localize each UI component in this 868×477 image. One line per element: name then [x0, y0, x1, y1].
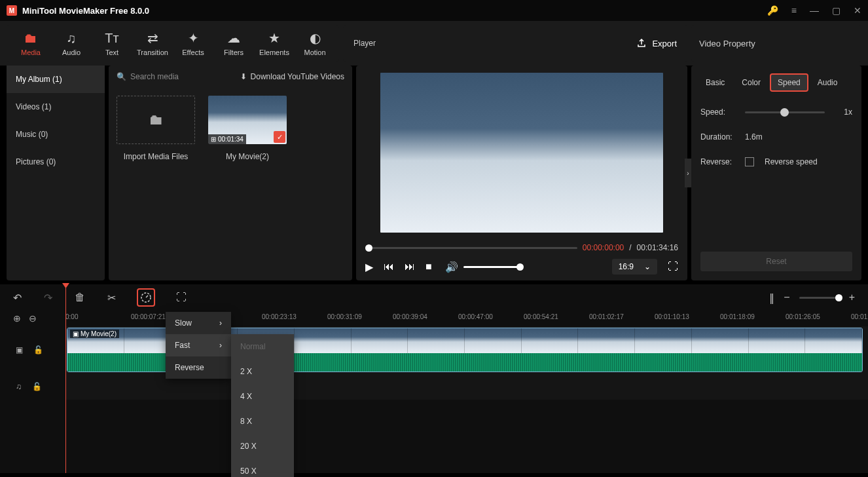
export-button[interactable]: Export: [636, 38, 677, 48]
search-icon: 🔍: [117, 72, 126, 81]
toolbar-elements[interactable]: ★Elements: [254, 25, 295, 62]
toolbar-transition[interactable]: ⇄Transition: [132, 25, 173, 62]
search-input[interactable]: 🔍 Search media: [117, 72, 235, 81]
playhead[interactable]: [65, 284, 66, 473]
check-icon: ✓: [274, 131, 285, 143]
submenu-item[interactable]: 4 X: [231, 384, 294, 409]
menu-slow[interactable]: Slow ›: [166, 312, 231, 334]
toolbar-filters[interactable]: ☁Filters: [213, 25, 254, 62]
expand-panel-button[interactable]: ›: [685, 159, 691, 187]
time-current: 00:00:00:00: [583, 243, 624, 252]
speed-button[interactable]: [138, 290, 154, 305]
titlebar: M MiniTool MovieMaker Free 8.0.0 🔑 ≡ — ▢…: [0, 0, 868, 21]
submenu-item[interactable]: 50 X: [231, 459, 294, 477]
next-button[interactable]: ⏭: [405, 261, 415, 273]
export-icon: [636, 38, 647, 48]
toolbar-motion[interactable]: ◐Motion: [295, 25, 335, 62]
ruler-tick: 00:00:39:04: [393, 313, 427, 320]
aspect-ratio-select[interactable]: 16:9 ⌄: [612, 259, 657, 275]
submenu-item[interactable]: 8 X: [231, 409, 294, 434]
seek-slider[interactable]: [365, 247, 577, 249]
property-tabs: BasicColorSpeedAudio: [691, 66, 861, 100]
main-toolbar: 🖿Media♫AudioTтText⇄Transition✦Effects☁Fi…: [7, 25, 339, 62]
tab-basic[interactable]: Basic: [699, 75, 731, 90]
audio-track: ♫ 🔓: [0, 373, 868, 400]
player-header: Player Export: [343, 25, 687, 62]
split-button[interactable]: ✂: [107, 292, 116, 304]
delete-button[interactable]: 🗑: [75, 292, 85, 303]
crop-button[interactable]: ⛶: [176, 292, 187, 303]
timeline-ruler[interactable]: ⊕ ⊖ 0:0000:00:07:2100:00:15:2600:00:23:1…: [0, 311, 868, 326]
timeline: ↶ ↷ 🗑 ✂ ⛶ ‖ − + ⊕ ⊖ 0:0000:00:07:2100:00…: [0, 284, 868, 473]
folder-icon: 🖿: [149, 111, 163, 128]
reverse-label: Reverse:: [700, 157, 740, 166]
tab-speed[interactable]: Speed: [771, 75, 807, 90]
video-preview[interactable]: [380, 73, 663, 233]
ruler-tick: 00:01:10:13: [655, 313, 689, 320]
reset-button[interactable]: Reset: [700, 252, 852, 271]
reverse-checkbox[interactable]: [745, 157, 754, 166]
ruler-tick: 00:01:26:05: [786, 313, 820, 320]
toolbar-media[interactable]: 🖿Media: [10, 25, 51, 62]
menu-fast[interactable]: Fast ›: [166, 334, 231, 356]
key-icon[interactable]: 🔑: [767, 5, 778, 16]
ruler-tick: 00:00:07:21: [131, 313, 166, 320]
ruler-tick: 00:00:31:09: [327, 313, 362, 320]
snap-button[interactable]: ‖: [769, 292, 774, 304]
property-header: Video Property: [691, 25, 861, 62]
play-button[interactable]: ▶: [365, 261, 373, 273]
maximize-icon[interactable]: ▢: [832, 5, 841, 16]
zoom-in-button[interactable]: +: [849, 292, 855, 303]
zoom-slider[interactable]: [799, 297, 840, 299]
sidebar-item[interactable]: Videos (1): [7, 93, 105, 121]
close-icon[interactable]: ✕: [854, 5, 861, 16]
toolbar-effects[interactable]: ✦Effects: [173, 25, 213, 62]
menu-icon[interactable]: ≡: [791, 5, 797, 16]
sidebar-item[interactable]: My Album (1): [7, 66, 105, 93]
sidebar-item[interactable]: Music (0): [7, 121, 105, 148]
toolbar-text[interactable]: TтText: [92, 25, 132, 62]
zoom-out-button[interactable]: −: [784, 292, 789, 303]
volume-icon[interactable]: 🔊: [445, 261, 458, 273]
ruler-tick: 0:00: [65, 313, 78, 320]
ruler-tick: 00:01:34: [851, 313, 868, 320]
property-title: Video Property: [699, 39, 755, 48]
toolbar-audio[interactable]: ♫Audio: [51, 25, 92, 62]
film-icon: ▣: [73, 330, 79, 337]
ruler-tick: 00:00:47:00: [458, 313, 493, 320]
submenu-item[interactable]: 2 X: [231, 359, 294, 384]
submenu-item: Normal: [231, 334, 294, 359]
video-track-icon: ▣: [16, 345, 23, 354]
player-panel: 00:00:00:00 / 00:01:34:16 ▶ ⏮ ⏭ ■ 🔊 16:9…: [356, 66, 687, 280]
seek-row: 00:00:00:00 / 00:01:34:16: [360, 240, 683, 256]
speed-slider[interactable]: [745, 111, 825, 113]
minimize-icon[interactable]: —: [810, 5, 819, 16]
remove-marker-button[interactable]: ⊖: [29, 313, 37, 324]
ruler-tick: 00:01:18:09: [720, 313, 755, 320]
fullscreen-button[interactable]: ⛶: [668, 261, 678, 273]
media-thumbnail[interactable]: ⊞ 00:01:34 ✓: [208, 96, 287, 144]
sidebar-item[interactable]: Pictures (0): [7, 148, 105, 176]
app-logo: M: [7, 5, 17, 16]
undo-button[interactable]: ↶: [13, 292, 22, 304]
audio-track-icon: ♫: [16, 382, 22, 391]
app-title: MiniTool MovieMaker Free 8.0.0: [22, 6, 149, 16]
tab-audio[interactable]: Audio: [811, 75, 844, 90]
lock-icon[interactable]: 🔓: [33, 345, 43, 354]
menu-reverse[interactable]: Reverse: [166, 356, 231, 379]
ruler-tick: 00:00:23:13: [262, 313, 297, 320]
duration-value: 1.6m: [745, 132, 763, 142]
player-title: Player: [353, 39, 376, 48]
prev-button[interactable]: ⏮: [384, 261, 394, 273]
import-media-button[interactable]: 🖿: [117, 96, 195, 144]
chevron-right-icon: ›: [219, 318, 222, 328]
volume-slider[interactable]: [463, 266, 521, 268]
lock-icon[interactable]: 🔓: [32, 382, 42, 391]
add-marker-button[interactable]: ⊕: [13, 313, 21, 324]
stop-button[interactable]: ■: [425, 261, 432, 273]
download-youtube-link[interactable]: ⬇ Download YouTube Videos: [240, 72, 344, 81]
submenu-item[interactable]: 20 X: [231, 434, 294, 459]
redo-button[interactable]: ↷: [44, 292, 52, 304]
tab-color[interactable]: Color: [735, 75, 767, 90]
clip-label: ▣ My Movie(2): [70, 330, 119, 338]
